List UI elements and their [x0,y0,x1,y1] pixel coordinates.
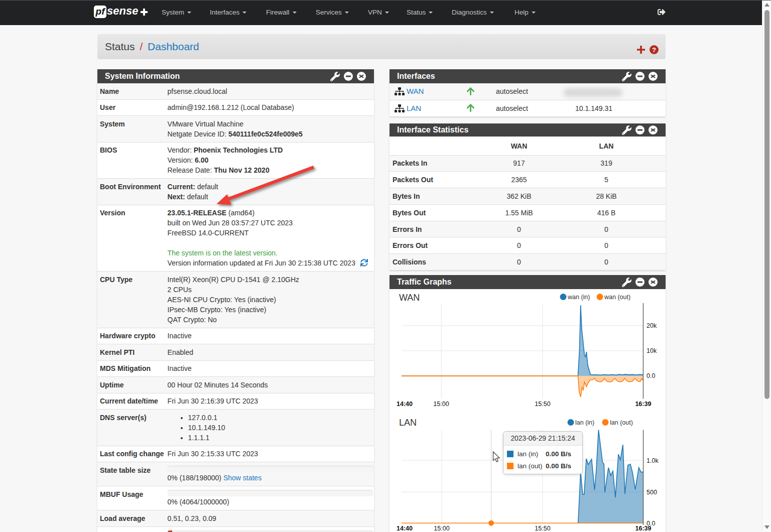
svg-text:500: 500 [647,488,657,495]
svg-text:16:39: 16:39 [635,401,651,408]
svg-text:wan (out): wan (out) [604,294,630,301]
svg-text:0.0: 0.0 [647,372,655,379]
svg-text:14:40: 14:40 [397,401,413,408]
svg-text:lan (out): lan (out) [610,419,633,426]
svg-text:?: ? [652,46,656,54]
svg-text:15:00: 15:00 [434,524,449,531]
svg-text:15:50: 15:50 [535,524,550,531]
svg-text:wan (in): wan (in) [567,294,590,301]
svg-text:LAN: LAN [399,418,417,428]
svg-text:20k: 20k [647,322,657,329]
svg-text:16:39: 16:39 [635,524,652,531]
svg-text:1.0k: 1.0k [647,457,659,464]
svg-text:15:50: 15:50 [535,401,550,408]
svg-text:15:00: 15:00 [433,401,449,408]
svg-text:lan (in): lan (in) [575,419,594,426]
svg-text:14:40: 14:40 [397,524,413,531]
svg-text:10k: 10k [647,347,657,354]
svg-text:WAN: WAN [399,293,420,303]
